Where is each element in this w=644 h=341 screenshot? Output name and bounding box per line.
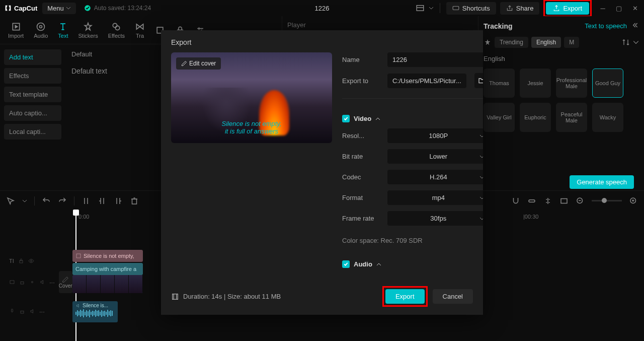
capcut-icon xyxy=(4,4,12,12)
track-head-text: TI xyxy=(0,252,70,270)
eye-icon[interactable] xyxy=(28,258,34,264)
chevron-down-icon xyxy=(479,133,483,139)
voice-jessie[interactable]: Jessie xyxy=(520,69,551,98)
undo-icon[interactable] xyxy=(42,196,51,206)
codec-select[interactable]: H.264 xyxy=(387,170,483,184)
lock-icon[interactable] xyxy=(19,279,25,285)
collapse-icon[interactable] xyxy=(631,21,639,31)
waveform xyxy=(75,308,113,318)
svg-point-22 xyxy=(32,282,33,283)
cancel-button[interactable]: Cancel xyxy=(433,289,473,304)
mute-icon[interactable] xyxy=(29,308,35,314)
link-icon[interactable] xyxy=(527,196,536,206)
autosave-status: Auto saved: 13:24:24 xyxy=(84,5,151,12)
video-checkbox[interactable] xyxy=(342,115,350,122)
chevron-down-icon[interactable] xyxy=(22,198,27,203)
generate-speech-button[interactable]: Generate speech xyxy=(570,175,634,189)
close-button[interactable]: ✕ xyxy=(630,3,640,13)
browse-folder-button[interactable] xyxy=(474,73,483,88)
layout-icon[interactable] xyxy=(416,4,425,13)
sidebar-auto-captions[interactable]: Auto captio... xyxy=(4,105,61,121)
audio-section-header[interactable]: Audio xyxy=(342,260,483,268)
format-row: Format mp4 xyxy=(342,190,483,205)
minimize-button[interactable]: ─ xyxy=(598,3,608,13)
sidebar-text-template[interactable]: Text template xyxy=(4,87,61,102)
align-icon[interactable] xyxy=(543,196,552,206)
sort-icon[interactable] xyxy=(622,38,630,46)
voice-professional-male[interactable]: Professional Male xyxy=(556,69,587,98)
edit-cover-button[interactable]: Edit cover xyxy=(176,57,221,70)
crop-left-icon[interactable] xyxy=(98,196,107,206)
zoom-in-icon[interactable] xyxy=(629,196,638,206)
clip-audio[interactable]: Silence is... xyxy=(72,301,118,322)
tab-transitions[interactable]: Tra xyxy=(131,20,149,41)
split-icon[interactable] xyxy=(82,196,91,206)
resolution-row: Resol... 1080P xyxy=(342,128,483,143)
preview-icon[interactable] xyxy=(559,196,569,206)
clip-video-label[interactable]: Camping with campfire a xyxy=(72,263,143,275)
voice-wacky[interactable]: Wacky xyxy=(592,103,623,132)
mic-icon xyxy=(9,308,15,314)
magnet-icon[interactable] xyxy=(511,196,520,206)
maximize-button[interactable]: ▢ xyxy=(614,3,624,13)
tab-effects[interactable]: Effects xyxy=(104,20,129,41)
tts-link[interactable]: Text to speech xyxy=(585,22,627,30)
framerate-select[interactable]: 30fps xyxy=(387,211,483,226)
chevron-down-icon[interactable] xyxy=(429,6,434,11)
shortcuts-button[interactable]: Shortcuts xyxy=(446,2,496,15)
voice-euphoric[interactable]: Euphoric xyxy=(520,103,551,132)
redo-icon[interactable] xyxy=(58,196,67,206)
name-input[interactable] xyxy=(387,52,483,67)
voice-valley-girl[interactable]: Valley Girl xyxy=(484,103,515,132)
chip-english[interactable]: English xyxy=(531,37,561,48)
chevron-down-icon xyxy=(479,195,483,200)
lock-icon[interactable] xyxy=(18,258,24,264)
tab-text[interactable]: Text xyxy=(54,20,72,41)
clip-video-thumbs[interactable] xyxy=(72,275,143,293)
audio-checkbox[interactable] xyxy=(342,260,350,268)
tab-audio[interactable]: Audio xyxy=(30,20,52,41)
export-dialog-title: Export xyxy=(161,30,483,52)
rp-header: Tracking Text to speech xyxy=(484,21,639,31)
resolution-select[interactable]: 1080P xyxy=(387,128,483,143)
sidebar-add-text[interactable]: Add text xyxy=(4,49,61,65)
voice-good-guy[interactable]: Good Guy xyxy=(592,69,623,98)
speaker-icon xyxy=(75,303,80,308)
resolution-label: Resol... xyxy=(342,132,382,140)
zoom-slider[interactable] xyxy=(592,200,622,201)
format-label: Format xyxy=(342,194,382,201)
svg-rect-13 xyxy=(132,199,137,204)
sidebar-local-captions[interactable]: Local capti... xyxy=(4,124,61,140)
bitrate-select[interactable]: Lower xyxy=(387,149,483,164)
framerate-label: Frame rate xyxy=(342,215,382,222)
chevron-down-icon xyxy=(479,175,483,180)
import-icon xyxy=(11,22,21,32)
chevron-up-icon xyxy=(375,116,380,121)
voice-grid: Thomas Jessie Professional Male Good Guy… xyxy=(484,69,639,132)
lock-icon[interactable] xyxy=(19,308,25,314)
format-select[interactable]: mp4 xyxy=(387,190,483,205)
sidebar-effects[interactable]: Effects xyxy=(4,68,61,84)
voice-thomas[interactable]: Thomas xyxy=(484,69,515,98)
export-button[interactable]: Export xyxy=(546,2,589,15)
clip-text[interactable]: Silence is not empty, xyxy=(72,250,143,262)
tab-import[interactable]: Import xyxy=(4,20,28,41)
zoom-out-icon[interactable] xyxy=(576,196,585,206)
tab-stickers[interactable]: Stickers xyxy=(74,20,102,41)
eye-icon[interactable] xyxy=(29,279,35,285)
chevron-down-icon[interactable] xyxy=(633,39,639,45)
delete-icon[interactable] xyxy=(130,196,139,206)
ruler-tick: |00:30 xyxy=(523,214,538,220)
crop-right-icon[interactable] xyxy=(114,196,123,206)
star-icon[interactable] xyxy=(484,38,492,46)
chip-m[interactable]: M xyxy=(564,37,579,48)
cursor-icon[interactable] xyxy=(6,196,15,206)
chip-trending[interactable]: Trending xyxy=(495,37,528,48)
menu-button[interactable]: Menu xyxy=(42,3,76,14)
share-button[interactable]: Share xyxy=(500,2,540,15)
export-confirm-button[interactable]: Export xyxy=(385,289,425,304)
mute-icon[interactable] xyxy=(39,279,45,285)
voice-peaceful-male[interactable]: Peaceful Male xyxy=(556,103,587,132)
video-section-header[interactable]: Video xyxy=(342,115,483,122)
svg-rect-25 xyxy=(76,254,80,258)
